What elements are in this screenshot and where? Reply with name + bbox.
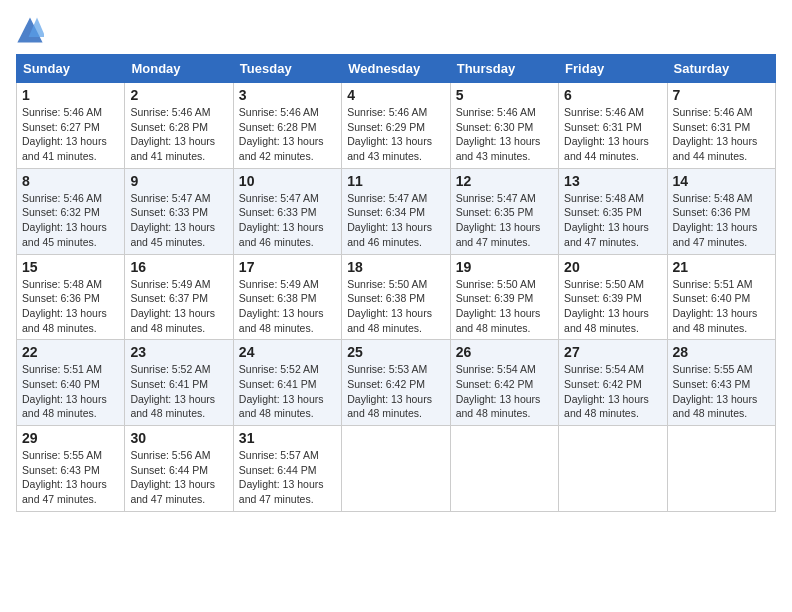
empty-cell: [559, 426, 667, 512]
calendar-day-cell: 27 Sunrise: 5:54 AMSunset: 6:42 PMDaylig…: [559, 340, 667, 426]
calendar-day-cell: 9 Sunrise: 5:47 AMSunset: 6:33 PMDayligh…: [125, 168, 233, 254]
day-number: 17: [239, 259, 336, 275]
day-detail: Sunrise: 5:51 AMSunset: 6:40 PMDaylight:…: [673, 277, 770, 336]
day-detail: Sunrise: 5:50 AMSunset: 6:38 PMDaylight:…: [347, 277, 444, 336]
day-detail: Sunrise: 5:57 AMSunset: 6:44 PMDaylight:…: [239, 448, 336, 507]
day-number: 6: [564, 87, 661, 103]
day-number: 24: [239, 344, 336, 360]
calendar-day-cell: 18 Sunrise: 5:50 AMSunset: 6:38 PMDaylig…: [342, 254, 450, 340]
day-detail: Sunrise: 5:50 AMSunset: 6:39 PMDaylight:…: [564, 277, 661, 336]
calendar-day-cell: 26 Sunrise: 5:54 AMSunset: 6:42 PMDaylig…: [450, 340, 558, 426]
day-number: 4: [347, 87, 444, 103]
day-detail: Sunrise: 5:47 AMSunset: 6:33 PMDaylight:…: [130, 191, 227, 250]
calendar-day-cell: 22 Sunrise: 5:51 AMSunset: 6:40 PMDaylig…: [17, 340, 125, 426]
calendar-day-cell: 20 Sunrise: 5:50 AMSunset: 6:39 PMDaylig…: [559, 254, 667, 340]
weekday-header-thursday: Thursday: [450, 55, 558, 83]
day-number: 14: [673, 173, 770, 189]
day-number: 16: [130, 259, 227, 275]
day-detail: Sunrise: 5:52 AMSunset: 6:41 PMDaylight:…: [239, 362, 336, 421]
day-detail: Sunrise: 5:46 AMSunset: 6:28 PMDaylight:…: [239, 105, 336, 164]
weekday-header-monday: Monday: [125, 55, 233, 83]
day-number: 25: [347, 344, 444, 360]
calendar-day-cell: 10 Sunrise: 5:47 AMSunset: 6:33 PMDaylig…: [233, 168, 341, 254]
calendar-day-cell: 24 Sunrise: 5:52 AMSunset: 6:41 PMDaylig…: [233, 340, 341, 426]
day-number: 18: [347, 259, 444, 275]
calendar-day-cell: 21 Sunrise: 5:51 AMSunset: 6:40 PMDaylig…: [667, 254, 775, 340]
calendar-day-cell: 6 Sunrise: 5:46 AMSunset: 6:31 PMDayligh…: [559, 83, 667, 169]
calendar-day-cell: 7 Sunrise: 5:46 AMSunset: 6:31 PMDayligh…: [667, 83, 775, 169]
day-number: 23: [130, 344, 227, 360]
empty-cell: [342, 426, 450, 512]
calendar-day-cell: 12 Sunrise: 5:47 AMSunset: 6:35 PMDaylig…: [450, 168, 558, 254]
day-number: 7: [673, 87, 770, 103]
weekday-header-wednesday: Wednesday: [342, 55, 450, 83]
calendar-week-row: 15 Sunrise: 5:48 AMSunset: 6:36 PMDaylig…: [17, 254, 776, 340]
weekday-header-friday: Friday: [559, 55, 667, 83]
day-number: 8: [22, 173, 119, 189]
day-detail: Sunrise: 5:47 AMSunset: 6:33 PMDaylight:…: [239, 191, 336, 250]
calendar-day-cell: 11 Sunrise: 5:47 AMSunset: 6:34 PMDaylig…: [342, 168, 450, 254]
header: [16, 16, 776, 44]
day-number: 31: [239, 430, 336, 446]
day-detail: Sunrise: 5:46 AMSunset: 6:29 PMDaylight:…: [347, 105, 444, 164]
day-number: 21: [673, 259, 770, 275]
day-number: 5: [456, 87, 553, 103]
day-detail: Sunrise: 5:53 AMSunset: 6:42 PMDaylight:…: [347, 362, 444, 421]
calendar-day-cell: 17 Sunrise: 5:49 AMSunset: 6:38 PMDaylig…: [233, 254, 341, 340]
day-detail: Sunrise: 5:46 AMSunset: 6:31 PMDaylight:…: [673, 105, 770, 164]
day-detail: Sunrise: 5:49 AMSunset: 6:38 PMDaylight:…: [239, 277, 336, 336]
day-number: 27: [564, 344, 661, 360]
day-detail: Sunrise: 5:48 AMSunset: 6:35 PMDaylight:…: [564, 191, 661, 250]
calendar-day-cell: 14 Sunrise: 5:48 AMSunset: 6:36 PMDaylig…: [667, 168, 775, 254]
day-number: 22: [22, 344, 119, 360]
day-detail: Sunrise: 5:47 AMSunset: 6:35 PMDaylight:…: [456, 191, 553, 250]
day-detail: Sunrise: 5:48 AMSunset: 6:36 PMDaylight:…: [22, 277, 119, 336]
weekday-header-row: SundayMondayTuesdayWednesdayThursdayFrid…: [17, 55, 776, 83]
day-detail: Sunrise: 5:55 AMSunset: 6:43 PMDaylight:…: [22, 448, 119, 507]
day-number: 3: [239, 87, 336, 103]
calendar-day-cell: 29 Sunrise: 5:55 AMSunset: 6:43 PMDaylig…: [17, 426, 125, 512]
day-detail: Sunrise: 5:50 AMSunset: 6:39 PMDaylight:…: [456, 277, 553, 336]
day-detail: Sunrise: 5:46 AMSunset: 6:28 PMDaylight:…: [130, 105, 227, 164]
empty-cell: [450, 426, 558, 512]
day-detail: Sunrise: 5:48 AMSunset: 6:36 PMDaylight:…: [673, 191, 770, 250]
calendar-day-cell: 25 Sunrise: 5:53 AMSunset: 6:42 PMDaylig…: [342, 340, 450, 426]
day-detail: Sunrise: 5:56 AMSunset: 6:44 PMDaylight:…: [130, 448, 227, 507]
calendar-week-row: 29 Sunrise: 5:55 AMSunset: 6:43 PMDaylig…: [17, 426, 776, 512]
day-number: 11: [347, 173, 444, 189]
day-number: 19: [456, 259, 553, 275]
calendar-week-row: 8 Sunrise: 5:46 AMSunset: 6:32 PMDayligh…: [17, 168, 776, 254]
weekday-header-sunday: Sunday: [17, 55, 125, 83]
logo-icon: [16, 16, 44, 44]
calendar-day-cell: 5 Sunrise: 5:46 AMSunset: 6:30 PMDayligh…: [450, 83, 558, 169]
calendar-day-cell: 8 Sunrise: 5:46 AMSunset: 6:32 PMDayligh…: [17, 168, 125, 254]
day-detail: Sunrise: 5:51 AMSunset: 6:40 PMDaylight:…: [22, 362, 119, 421]
calendar-day-cell: 30 Sunrise: 5:56 AMSunset: 6:44 PMDaylig…: [125, 426, 233, 512]
empty-cell: [667, 426, 775, 512]
day-detail: Sunrise: 5:52 AMSunset: 6:41 PMDaylight:…: [130, 362, 227, 421]
calendar-day-cell: 31 Sunrise: 5:57 AMSunset: 6:44 PMDaylig…: [233, 426, 341, 512]
calendar-day-cell: 28 Sunrise: 5:55 AMSunset: 6:43 PMDaylig…: [667, 340, 775, 426]
day-number: 12: [456, 173, 553, 189]
calendar-day-cell: 1 Sunrise: 5:46 AMSunset: 6:27 PMDayligh…: [17, 83, 125, 169]
day-number: 10: [239, 173, 336, 189]
calendar-body: 1 Sunrise: 5:46 AMSunset: 6:27 PMDayligh…: [17, 83, 776, 512]
day-detail: Sunrise: 5:47 AMSunset: 6:34 PMDaylight:…: [347, 191, 444, 250]
calendar-table: SundayMondayTuesdayWednesdayThursdayFrid…: [16, 54, 776, 512]
day-detail: Sunrise: 5:54 AMSunset: 6:42 PMDaylight:…: [456, 362, 553, 421]
calendar-day-cell: 4 Sunrise: 5:46 AMSunset: 6:29 PMDayligh…: [342, 83, 450, 169]
day-detail: Sunrise: 5:54 AMSunset: 6:42 PMDaylight:…: [564, 362, 661, 421]
day-number: 30: [130, 430, 227, 446]
day-number: 20: [564, 259, 661, 275]
day-detail: Sunrise: 5:46 AMSunset: 6:32 PMDaylight:…: [22, 191, 119, 250]
day-number: 28: [673, 344, 770, 360]
logo: [16, 16, 48, 44]
day-detail: Sunrise: 5:46 AMSunset: 6:31 PMDaylight:…: [564, 105, 661, 164]
day-number: 29: [22, 430, 119, 446]
calendar-day-cell: 3 Sunrise: 5:46 AMSunset: 6:28 PMDayligh…: [233, 83, 341, 169]
day-number: 26: [456, 344, 553, 360]
day-detail: Sunrise: 5:49 AMSunset: 6:37 PMDaylight:…: [130, 277, 227, 336]
weekday-header-tuesday: Tuesday: [233, 55, 341, 83]
day-number: 13: [564, 173, 661, 189]
day-number: 9: [130, 173, 227, 189]
